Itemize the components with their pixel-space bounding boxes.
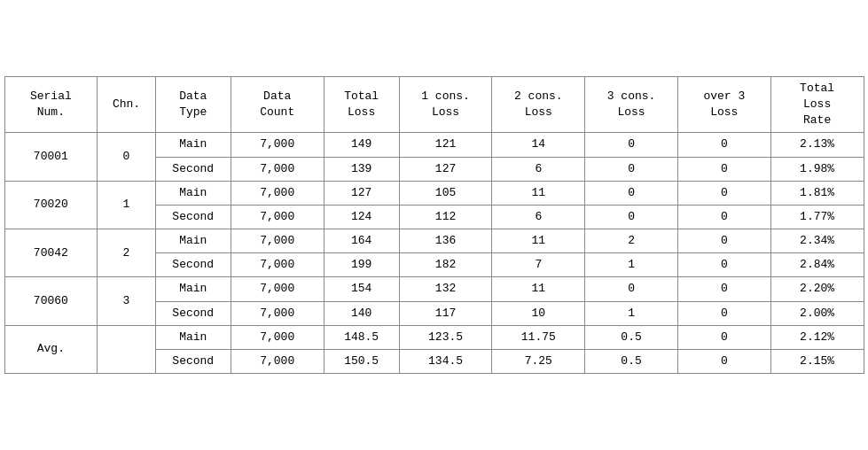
header-cons1: 1 cons.Loss <box>399 76 492 133</box>
count-cell: 7,000 <box>231 133 324 157</box>
type-cell: Second <box>155 205 231 229</box>
rate-cell: 2.34% <box>770 229 864 253</box>
serial-cell: 70042 <box>4 229 98 277</box>
c3-cell: 0 <box>585 157 678 181</box>
loss-cell: 199 <box>324 253 399 277</box>
type-cell: Second <box>155 350 231 374</box>
o3-cell: 0 <box>677 350 770 374</box>
table-row: Avg.Main7,000148.5123.511.750.502.12% <box>4 325 864 349</box>
header-row: SerialNum. Chn. DataType DataCount Total… <box>4 76 864 133</box>
serial-cell: 70020 <box>4 181 98 229</box>
chn-cell: 2 <box>98 229 155 277</box>
count-cell: 7,000 <box>231 350 324 374</box>
type-cell: Second <box>155 253 231 277</box>
c2-cell: 11 <box>492 229 585 253</box>
c2-cell: 7.25 <box>492 350 585 374</box>
o3-cell: 0 <box>677 181 770 205</box>
rate-cell: 1.77% <box>770 205 864 229</box>
o3-cell: 0 <box>677 277 770 301</box>
loss-cell: 154 <box>324 277 399 301</box>
c2-cell: 11 <box>492 181 585 205</box>
table-wrapper: SerialNum. Chn. DataType DataCount Total… <box>4 76 864 374</box>
header-cons3: 3 cons.Loss <box>585 76 678 133</box>
count-cell: 7,000 <box>231 157 324 181</box>
chn-cell: 1 <box>98 181 155 229</box>
c3-cell: 0 <box>585 181 678 205</box>
c3-cell: 0.5 <box>585 350 678 374</box>
rate-cell: 2.84% <box>770 253 864 277</box>
c3-cell: 0 <box>585 277 678 301</box>
header-serial: SerialNum. <box>4 76 98 133</box>
type-cell: Second <box>155 157 231 181</box>
c3-cell: 0 <box>585 205 678 229</box>
count-cell: 7,000 <box>231 253 324 277</box>
c1-cell: 134.5 <box>399 350 492 374</box>
loss-cell: 124 <box>324 205 399 229</box>
count-cell: 7,000 <box>231 181 324 205</box>
rate-cell: 2.00% <box>770 301 864 325</box>
type-cell: Main <box>155 325 231 349</box>
c3-cell: 0.5 <box>585 325 678 349</box>
c2-cell: 6 <box>492 157 585 181</box>
loss-cell: 149 <box>324 133 399 157</box>
serial-cell: 70001 <box>4 133 98 181</box>
o3-cell: 0 <box>677 301 770 325</box>
c1-cell: 112 <box>399 205 492 229</box>
rate-cell: 2.15% <box>770 350 864 374</box>
header-data-type: DataType <box>155 76 231 133</box>
header-data-count: DataCount <box>231 76 324 133</box>
count-cell: 7,000 <box>231 325 324 349</box>
loss-cell: 140 <box>324 301 399 325</box>
c2-cell: 11.75 <box>492 325 585 349</box>
c2-cell: 10 <box>492 301 585 325</box>
rate-cell: 2.12% <box>770 325 864 349</box>
header-cons2: 2 cons.Loss <box>492 76 585 133</box>
c1-cell: 117 <box>399 301 492 325</box>
chn-cell <box>98 325 155 373</box>
c2-cell: 7 <box>492 253 585 277</box>
rate-cell: 2.13% <box>770 133 864 157</box>
c3-cell: 2 <box>585 229 678 253</box>
o3-cell: 0 <box>677 325 770 349</box>
c2-cell: 6 <box>492 205 585 229</box>
count-cell: 7,000 <box>231 277 324 301</box>
c1-cell: 182 <box>399 253 492 277</box>
c2-cell: 14 <box>492 133 585 157</box>
table-row: 700422Main7,00016413611202.34% <box>4 229 864 253</box>
count-cell: 7,000 <box>231 229 324 253</box>
c3-cell: 0 <box>585 133 678 157</box>
c3-cell: 1 <box>585 253 678 277</box>
header-total-loss-rate: TotalLossRate <box>770 76 864 133</box>
c1-cell: 105 <box>399 181 492 205</box>
chn-cell: 0 <box>98 133 155 181</box>
table-row: 700603Main7,00015413211002.20% <box>4 277 864 301</box>
c3-cell: 1 <box>585 301 678 325</box>
loss-cell: 164 <box>324 229 399 253</box>
o3-cell: 0 <box>677 133 770 157</box>
loss-cell: 127 <box>324 181 399 205</box>
header-over3: over 3Loss <box>677 76 770 133</box>
type-cell: Main <box>155 181 231 205</box>
c1-cell: 127 <box>399 157 492 181</box>
loss-cell: 139 <box>324 157 399 181</box>
c1-cell: 123.5 <box>399 325 492 349</box>
c1-cell: 136 <box>399 229 492 253</box>
c1-cell: 132 <box>399 277 492 301</box>
count-cell: 7,000 <box>231 301 324 325</box>
header-total-loss: TotalLoss <box>324 76 399 133</box>
loss-cell: 148.5 <box>324 325 399 349</box>
rate-cell: 2.20% <box>770 277 864 301</box>
type-cell: Main <box>155 277 231 301</box>
data-table: SerialNum. Chn. DataType DataCount Total… <box>4 76 864 374</box>
o3-cell: 0 <box>677 157 770 181</box>
rate-cell: 1.81% <box>770 181 864 205</box>
type-cell: Second <box>155 301 231 325</box>
o3-cell: 0 <box>677 229 770 253</box>
type-cell: Main <box>155 133 231 157</box>
serial-cell: 70060 <box>4 277 98 325</box>
type-cell: Main <box>155 229 231 253</box>
c1-cell: 121 <box>399 133 492 157</box>
serial-cell: Avg. <box>4 325 98 373</box>
o3-cell: 0 <box>677 205 770 229</box>
header-chn: Chn. <box>98 76 155 133</box>
